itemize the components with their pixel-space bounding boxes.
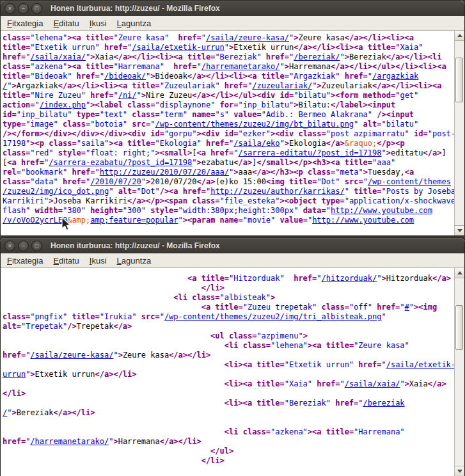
source-token: " xyxy=(400,303,404,312)
maximize-button[interactable]: □ xyxy=(31,3,42,14)
menu-item-laguntza[interactable]: Laguntza xyxy=(112,17,157,29)
source-link[interactable]: http://zuzeu/author/karrikas/ xyxy=(210,187,345,196)
source-line: <li class="albisteak"> xyxy=(3,293,454,303)
source-link[interactable]: /saila/etxetik- xyxy=(386,360,454,369)
source-line: urrun">Etxetik urrun</a></li> xyxy=(3,370,454,379)
source-token: <a xyxy=(7,158,16,167)
source-link[interactable]: /zuzeu2/img/ico_dot.png xyxy=(3,187,109,196)
source-link[interactable]: /harremanetarako/ xyxy=(201,62,280,71)
source-token: "Dot" xyxy=(317,177,340,186)
source-link[interactable]: /sarrera-editatu/?post_id=17198 xyxy=(239,148,382,157)
source-token: "bilatu" xyxy=(381,120,418,129)
source-line: /">Argazkiak</a></li><li><a title="Zuzeu… xyxy=(3,81,454,91)
source-token: ><p xyxy=(30,139,44,148)
source-token: Bideoak xyxy=(155,72,187,81)
source-link[interactable]: /saila/xaia/ xyxy=(345,379,400,388)
source-link[interactable]: /bereziak xyxy=(363,399,405,408)
source-link[interactable]: /harremanetarako/ xyxy=(30,437,109,446)
source-token: Nire Zuzeu xyxy=(146,91,192,100)
source-link[interactable]: # xyxy=(405,303,409,312)
source-link[interactable]: /sarrera-ezabatu/?post_id=17198 xyxy=(49,158,192,167)
source-token: title= xyxy=(81,33,114,42)
source-text[interactable]: <a title="Hitzorduak" href="/hitzorduak/… xyxy=(1,268,454,476)
scroll-down-button[interactable] xyxy=(455,225,464,235)
source-link[interactable]: /v/oVoO2ycrLE0 xyxy=(3,216,67,225)
source-token: " xyxy=(141,177,146,186)
source-link[interactable]: /saila/zeure-kasa/ xyxy=(30,351,113,360)
source-token: rel= xyxy=(3,168,21,177)
source-token: " xyxy=(100,72,104,81)
source-text[interactable]: class="lehena"><a title="Zeure kasa" hre… xyxy=(1,31,454,235)
source-link[interactable]: http://www.youtube.com xyxy=(312,216,414,225)
source-link[interactable]: /zuzeulariak/ xyxy=(252,81,312,90)
menu-item-laguntza[interactable]: Laguntza xyxy=(112,255,157,267)
source-link[interactable]: /ni/ xyxy=(118,91,137,100)
source-link[interactable]: /2010/07/20 xyxy=(90,177,141,186)
source-token: ><a xyxy=(308,341,322,350)
source-link[interactable]: /bereziak/ xyxy=(294,52,340,61)
source-link[interactable]: /saila/xaia/ xyxy=(30,52,86,61)
scroll-down-button[interactable] xyxy=(455,466,464,476)
source-token: > xyxy=(345,52,349,61)
close-button[interactable]: × xyxy=(4,3,15,14)
titlebar[interactable]: × − □ Honen iturburua: http://zuzeu/ - M… xyxy=(1,1,464,16)
minimize-button[interactable]: − xyxy=(18,3,29,14)
source-link[interactable]: http://zuzeu/2010/07/20/aaa/ xyxy=(100,168,229,177)
source-token: "text" xyxy=(100,110,127,119)
source-token: "380" xyxy=(63,206,86,215)
menu-item-fitxategia[interactable]: Fitxategia xyxy=(2,255,48,267)
source-link[interactable]: /wp-content/themes/zuzeu2/img/tri_albist… xyxy=(164,312,382,321)
source-token: "Bereziak" xyxy=(215,52,261,61)
source-token: ] xyxy=(441,148,446,157)
source-token: </a> xyxy=(432,274,451,283)
source-token: title= xyxy=(340,158,372,167)
source-link[interactable]: /hitzorduak/ xyxy=(322,274,377,283)
titlebar[interactable]: × − □ Honen iturburua: http://zuzeu/ - M… xyxy=(1,238,464,253)
source-link[interactable]: /wp-content/themes/zuzeu2/img/bt_bilatu.… xyxy=(155,120,354,129)
source-link[interactable]: /argazkiak xyxy=(372,72,418,81)
source-link[interactable]: /saila/etxetik-urrun xyxy=(132,43,225,52)
source-line: alt="Trepetak"/>Trepetak</a> xyxy=(3,322,454,331)
source-token: href= xyxy=(178,187,206,196)
source-token: > xyxy=(317,81,321,90)
source-token: "movie" xyxy=(243,216,276,225)
source-token: </a></li><li><a xyxy=(58,81,127,90)
source-link[interactable]: /index.php xyxy=(40,100,86,109)
menu-item-editatu[interactable]: Editatu xyxy=(48,17,84,29)
source-token: </a></li><li><a xyxy=(113,52,182,61)
source-token: "botoia" xyxy=(90,120,127,129)
source-token: Etxetik urrun xyxy=(35,370,95,379)
scrollbar[interactable] xyxy=(454,31,464,235)
scrollbar-thumb[interactable] xyxy=(455,58,463,102)
scrollbar-thumb[interactable] xyxy=(455,305,463,350)
menu-item-ikusi[interactable]: Ikusi xyxy=(84,255,112,267)
close-button[interactable]: × xyxy=(4,241,15,251)
source-token: "float: right;" xyxy=(86,148,155,157)
scrollbar[interactable] xyxy=(454,268,464,476)
source-link[interactable]: /saila/zeure-kasa/ xyxy=(206,33,289,42)
scroll-up-button[interactable] xyxy=(455,31,464,41)
source-token: "Harremana" xyxy=(354,427,404,436)
source-link[interactable]: http://www.youtube.com xyxy=(331,206,432,215)
source-link[interactable]: amp;feature=popular xyxy=(90,216,178,225)
source-line: </li> xyxy=(3,283,454,293)
source-token: href= xyxy=(17,158,44,167)
menu-item-editatu[interactable]: Editatu xyxy=(48,255,84,267)
source-token: </ul> xyxy=(210,447,233,456)
minimize-button[interactable]: − xyxy=(18,241,29,251)
source-token: href= xyxy=(3,437,26,446)
source-token: "Etxetik urrun" xyxy=(30,43,99,52)
source-link[interactable]: /wp-content/themes xyxy=(368,177,451,186)
source-link[interactable]: /saila/eko xyxy=(233,139,280,148)
scroll-up-button[interactable] xyxy=(455,268,464,278)
menu-item-ikusi[interactable]: Ikusi xyxy=(84,17,112,29)
maximize-button[interactable]: □ xyxy=(31,241,42,251)
mouse-cursor xyxy=(61,217,74,232)
source-token: "Xaia" xyxy=(395,43,423,52)
source-token: href= xyxy=(3,52,26,61)
source-token: ><form xyxy=(331,91,358,100)
menu-item-fitxategia[interactable]: Fitxategia xyxy=(2,17,48,29)
source-link[interactable]: /bideoak/ xyxy=(104,72,146,81)
source-link[interactable]: urrun xyxy=(3,370,26,379)
source-token: Zeure kasa xyxy=(123,351,169,360)
